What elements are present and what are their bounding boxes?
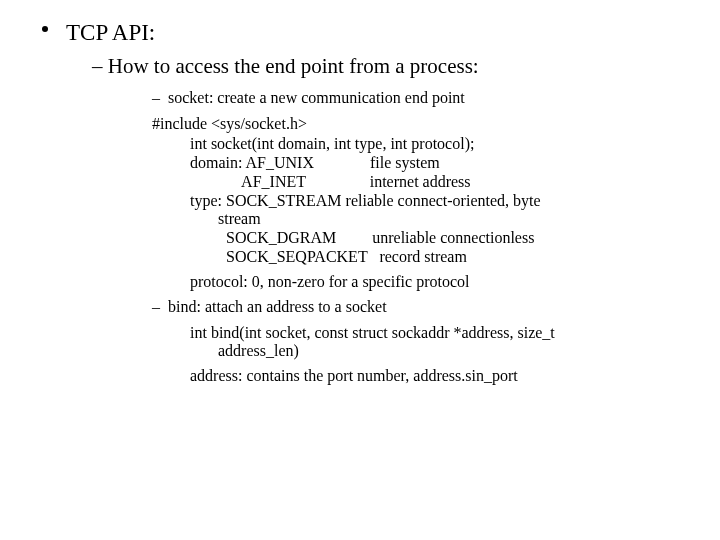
type-stream-a: type: SOCK_STREAM reliable connect-orien…	[190, 192, 541, 209]
socket-heading: socket: create a new communication end p…	[168, 89, 465, 106]
socket-signature: int socket(int domain, int type, int pro…	[190, 135, 690, 153]
type-sock-seqpacket: SOCK_SEQPACKET record stream	[190, 248, 690, 266]
slide: TCP API: – How to access the end point f…	[0, 0, 720, 406]
bind-heading: bind: attach an address to a socket	[168, 298, 387, 315]
bullet-level-3-bind: – bind: attach an address to a socket	[152, 298, 690, 316]
bullet-level-2: – How to access the end point from a pro…	[92, 54, 690, 79]
l1-text: TCP API:	[66, 20, 155, 45]
bind-address-line: address: contains the port number, addre…	[190, 367, 690, 385]
bind-sig-b: address_len)	[190, 342, 630, 360]
protocol-line: protocol: 0, non-zero for a specific pro…	[190, 273, 690, 291]
bullet-level-3-socket: – socket: create a new communication end…	[152, 89, 690, 107]
bullet-level-1: TCP API:	[66, 20, 690, 46]
type-stream-b: stream	[190, 210, 630, 228]
domain-af-unix: domain: AF_UNIX file system	[190, 154, 690, 172]
bind-signature: int bind(int socket, const struct sockad…	[190, 324, 690, 360]
include-line: #include <sys/socket.h>	[152, 115, 690, 133]
l2-text: How to access the end point from a proce…	[108, 54, 479, 78]
bullet-dot-icon	[42, 26, 48, 32]
domain-af-inet: AF_INET internet address	[190, 173, 690, 191]
bind-sig-a: int bind(int socket, const struct sockad…	[190, 324, 555, 341]
type-sock-dgram: SOCK_DGRAM unreliable connectionless	[190, 229, 690, 247]
type-sock-stream: type: SOCK_STREAM reliable connect-orien…	[190, 192, 690, 228]
